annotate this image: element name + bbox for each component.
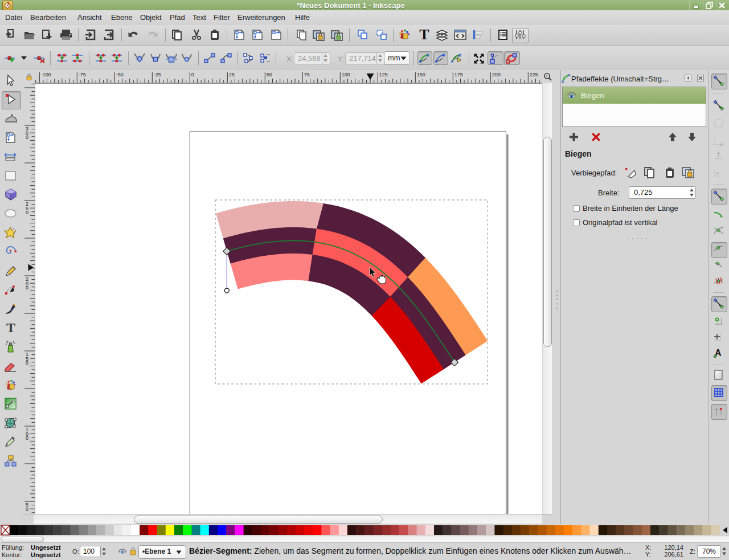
svg-text:50: 50	[267, 72, 272, 77]
svg-text:100: 100	[342, 72, 350, 77]
svg-text:-25: -25	[154, 72, 161, 77]
svg-text:25: 25	[229, 72, 235, 77]
svg-text:100: 100	[26, 427, 28, 441]
svg-text:75: 75	[304, 72, 310, 77]
svg-text:125: 125	[379, 72, 388, 77]
svg-text:-75: -75	[79, 72, 86, 77]
svg-text:150: 150	[417, 72, 425, 77]
svg-text:-100: -100	[41, 72, 51, 77]
svg-text:225: 225	[530, 72, 538, 77]
svg-text:50: 50	[26, 502, 28, 512]
svg-text:250: 250	[26, 201, 28, 215]
svg-text:0: 0	[191, 72, 194, 77]
svg-text:200: 200	[492, 72, 501, 77]
svg-text:150: 150	[26, 351, 28, 366]
svg-text:200: 200	[26, 276, 28, 291]
svg-text:300: 300	[26, 126, 28, 140]
svg-text:-50: -50	[116, 72, 124, 77]
svg-text:175: 175	[454, 72, 463, 77]
